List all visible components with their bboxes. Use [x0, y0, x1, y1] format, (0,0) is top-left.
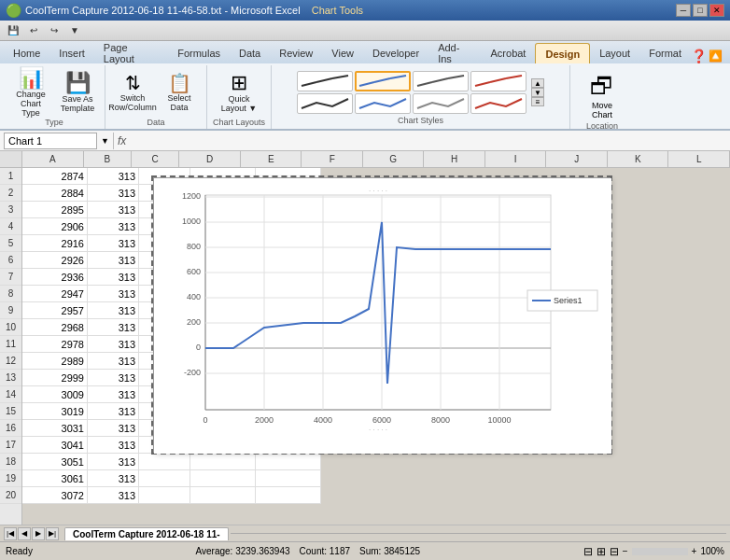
name-box-dropdown[interactable]: ▼: [101, 136, 109, 146]
cell-b13[interactable]: 313: [88, 370, 139, 386]
row-num-5[interactable]: 5: [0, 235, 21, 252]
sheet-tab-1[interactable]: CoolTerm Capture 2012-06-18 11-: [64, 527, 229, 540]
move-chart-button[interactable]: 🗗 MoveChart: [576, 69, 628, 121]
tab-design[interactable]: Design: [535, 43, 590, 63]
tab-acrobat[interactable]: Acrobat: [482, 43, 536, 63]
cell-a15[interactable]: 3019: [22, 403, 88, 420]
switch-row-column-button[interactable]: ⇅ SwitchRow/Column: [111, 69, 154, 118]
cell-b7[interactable]: 313: [88, 269, 139, 286]
cell-a17[interactable]: 3041: [22, 437, 88, 454]
cell-a14[interactable]: 3009: [22, 386, 88, 403]
cell-b5[interactable]: 313: [88, 235, 139, 252]
col-header-e[interactable]: E: [241, 151, 302, 167]
tab-add-ins[interactable]: Add-Ins: [428, 43, 481, 63]
cell-a13[interactable]: 2999: [22, 370, 88, 386]
cell-b2[interactable]: 313: [88, 185, 139, 202]
cell-a18[interactable]: 3051: [22, 454, 88, 470]
name-box[interactable]: Chart 1: [4, 133, 97, 149]
zoom-slider[interactable]: [632, 548, 688, 555]
cell-b4[interactable]: 313: [88, 218, 139, 235]
row-num-11[interactable]: 11: [0, 336, 21, 353]
col-header-k[interactable]: K: [608, 151, 669, 167]
cell-a20[interactable]: 3072: [22, 487, 88, 504]
row-num-16[interactable]: 16: [0, 420, 21, 437]
tab-view[interactable]: View: [322, 43, 363, 63]
view-normal-btn[interactable]: ⊟: [583, 545, 593, 558]
cell-b15[interactable]: 313: [88, 403, 139, 420]
cell-b3[interactable]: 313: [88, 202, 139, 218]
cell-b9[interactable]: 313: [88, 302, 139, 319]
zoom-in-btn[interactable]: +: [692, 546, 697, 556]
cell-b16[interactable]: 313: [88, 420, 139, 437]
change-chart-type-button[interactable]: 📊 ChangeChart Type: [9, 69, 52, 118]
cell-a3[interactable]: 2895: [22, 202, 88, 218]
undo-btn[interactable]: ↩: [24, 22, 43, 39]
row-num-14[interactable]: 14: [0, 386, 21, 403]
chart-style-8[interactable]: [470, 93, 526, 114]
cell-a1[interactable]: 2874: [22, 168, 88, 185]
row-num-1[interactable]: 1: [0, 168, 21, 185]
cell-b17[interactable]: 313: [88, 437, 139, 454]
tab-format[interactable]: Format: [639, 43, 691, 63]
zoom-out-btn[interactable]: −: [623, 546, 628, 556]
col-header-a[interactable]: A: [22, 151, 84, 167]
row-num-2[interactable]: 2: [0, 185, 21, 202]
chart-style-1[interactable]: [297, 71, 353, 91]
qa-dropdown-btn[interactable]: ▼: [65, 22, 84, 39]
chart-style-7[interactable]: [413, 93, 469, 114]
tab-insert[interactable]: Insert: [49, 43, 94, 63]
styles-scroll-more[interactable]: ≡: [531, 97, 544, 106]
select-data-button[interactable]: 📋 SelectData: [158, 69, 201, 118]
col-header-j[interactable]: J: [546, 151, 608, 167]
row-num-3[interactable]: 3: [0, 202, 21, 218]
col-header-f[interactable]: F: [302, 151, 363, 167]
tab-developer[interactable]: Developer: [363, 43, 428, 63]
cell-a9[interactable]: 2957: [22, 302, 88, 319]
chart-style-5[interactable]: [297, 93, 353, 114]
tab-page-layout[interactable]: Page Layout: [94, 43, 168, 63]
row-num-12[interactable]: 12: [0, 353, 21, 370]
cell-b18[interactable]: 313: [88, 454, 139, 470]
save-as-template-button[interactable]: 💾 Save AsTemplate: [56, 69, 99, 118]
cell-a19[interactable]: 3061: [22, 470, 88, 487]
chart-style-3[interactable]: [413, 71, 469, 91]
chart-style-2[interactable]: [355, 71, 411, 91]
row-num-15[interactable]: 15: [0, 403, 21, 420]
redo-btn[interactable]: ↪: [45, 22, 63, 39]
row-num-20[interactable]: 20: [0, 487, 21, 504]
sheet-nav-first[interactable]: |◀: [4, 527, 17, 540]
cell-b20[interactable]: 313: [88, 487, 139, 504]
tab-review[interactable]: Review: [270, 43, 322, 63]
minimize-button[interactable]: ─: [676, 4, 691, 17]
chart-area[interactable]: . . . . . . . . . . 1200 1000 800 600 40…: [153, 177, 611, 453]
formula-input[interactable]: [130, 133, 726, 149]
maximize-button[interactable]: □: [693, 4, 708, 17]
view-page-btn[interactable]: ⊟: [610, 545, 619, 558]
cell-a10[interactable]: 2968: [22, 319, 88, 336]
cell-a16[interactable]: 3031: [22, 420, 88, 437]
tab-layout[interactable]: Layout: [590, 43, 639, 63]
col-header-l[interactable]: L: [668, 151, 730, 167]
cell-a7[interactable]: 2936: [22, 269, 88, 286]
row-num-8[interactable]: 8: [0, 286, 21, 302]
col-header-h[interactable]: H: [424, 151, 485, 167]
cell-b8[interactable]: 313: [88, 286, 139, 302]
row-num-13[interactable]: 13: [0, 370, 21, 386]
cell-a12[interactable]: 2989: [22, 353, 88, 370]
styles-scroll-down[interactable]: ▼: [531, 88, 544, 97]
sheet-nav-next[interactable]: ▶: [32, 527, 45, 540]
row-num-9[interactable]: 9: [0, 302, 21, 319]
tab-formulas[interactable]: Formulas: [168, 43, 230, 63]
col-header-g[interactable]: G: [363, 151, 425, 167]
chart-style-6[interactable]: [355, 93, 411, 114]
sheet-nav-prev[interactable]: ◀: [18, 527, 31, 540]
close-button[interactable]: ✕: [709, 4, 724, 17]
col-header-b[interactable]: B: [84, 151, 132, 167]
save-quick-btn[interactable]: 💾: [4, 22, 22, 39]
row-num-18[interactable]: 18: [0, 454, 21, 470]
cell-a4[interactable]: 2906: [22, 218, 88, 235]
cell-b10[interactable]: 313: [88, 319, 139, 336]
ribbon-collapse-btn[interactable]: 🔼: [709, 49, 723, 63]
cell-a11[interactable]: 2978: [22, 336, 88, 353]
row-num-6[interactable]: 6: [0, 252, 21, 269]
